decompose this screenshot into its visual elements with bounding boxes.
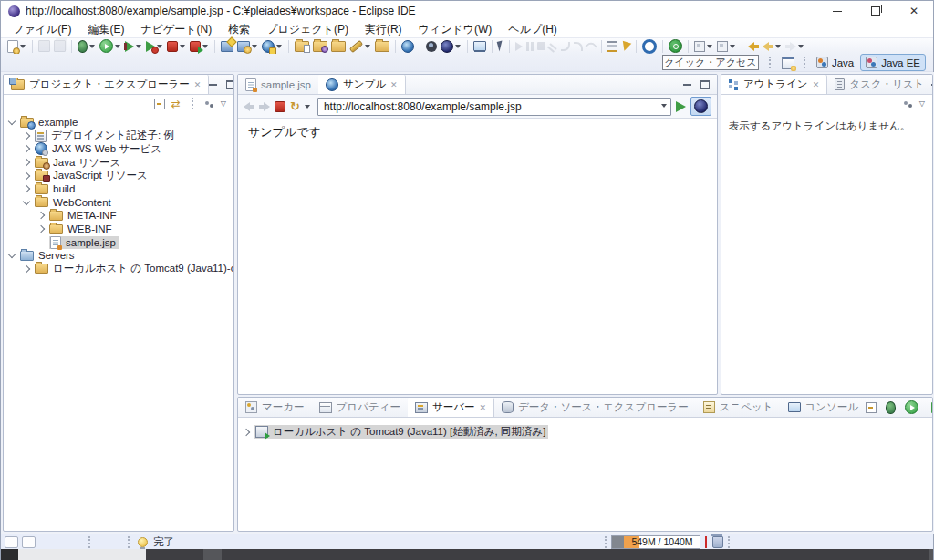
forward-dropdown[interactable]: [798, 45, 804, 48]
chevron-expanded-icon[interactable]: [8, 251, 16, 258]
terminate-button[interactable]: [167, 41, 178, 52]
view-menu-button[interactable]: ▽: [221, 100, 226, 108]
close-icon[interactable]: ✕: [194, 80, 202, 89]
tree-item-meta-inf[interactable]: META-INF: [4, 209, 234, 223]
tree-item-build[interactable]: build: [4, 182, 234, 196]
chevron-collapsed-icon[interactable]: [37, 225, 45, 233]
window-minimize-button[interactable]: [818, 1, 856, 21]
chevron-expanded-icon[interactable]: [23, 198, 30, 205]
back-button[interactable]: [763, 42, 773, 51]
chevron-collapsed-icon[interactable]: [243, 428, 250, 435]
external-browser-dropdown[interactable]: [455, 45, 461, 48]
tab-properties[interactable]: プロパティー: [312, 398, 408, 417]
menu-help[interactable]: ヘルプ(H): [500, 22, 566, 37]
last-edit-location-button[interactable]: [748, 42, 759, 51]
menu-window[interactable]: ウィンドウ(W): [410, 22, 501, 37]
tree-item-js-resources[interactable]: JavaScript リソース: [4, 169, 234, 182]
tree-item-deployment-descriptor[interactable]: デプロイメント記述子: 例: [4, 130, 234, 143]
server-row[interactable]: ローカルホスト の Tomcat9 (Java11) [始動済み, 同期済み]: [244, 425, 932, 439]
profile-target-button[interactable]: [642, 39, 657, 54]
taskbar-show-desktop[interactable]: [929, 549, 933, 560]
taskbar-start-area[interactable]: [1, 549, 18, 560]
tree-item-java-resources[interactable]: Java リソース: [4, 156, 234, 170]
perspective-java-button[interactable]: Java: [812, 55, 858, 70]
terminate-dropdown[interactable]: [180, 45, 185, 48]
browser-go-button[interactable]: [676, 101, 686, 112]
suspend-button[interactable]: [526, 42, 534, 51]
browse-folder-button[interactable]: [375, 41, 389, 52]
browser-refresh-button[interactable]: ↻: [290, 100, 300, 112]
taskbar-app-button[interactable]: [203, 549, 222, 560]
close-icon[interactable]: ✕: [390, 80, 398, 89]
tree-item-web-inf[interactable]: WEB-INF: [4, 223, 234, 236]
tab-servers[interactable]: サーバー✕: [408, 398, 494, 417]
web-service-dropdown[interactable]: [276, 45, 282, 48]
view-filters-button[interactable]: [903, 99, 913, 109]
console-display-button[interactable]: [473, 41, 486, 51]
minimized-view-trim[interactable]: [5, 536, 18, 548]
next-annotation-button[interactable]: [694, 41, 705, 52]
skip-breakpoints-button[interactable]: [621, 42, 630, 51]
step-over-button[interactable]: [574, 42, 583, 51]
export-folder-button[interactable]: [313, 41, 327, 52]
terminate-debug-button[interactable]: [537, 42, 545, 50]
open-folder-button[interactable]: [331, 41, 346, 52]
tab-data-source-explorer[interactable]: データ・ソース・エクスプローラー: [494, 398, 696, 417]
new-web-project-dropdown[interactable]: [252, 45, 257, 48]
collapse-all-button[interactable]: [866, 402, 877, 413]
back-dropdown[interactable]: [775, 45, 781, 48]
chevron-collapsed-icon[interactable]: [23, 171, 30, 179]
selection-pointer-button[interactable]: [498, 41, 503, 51]
debug-button[interactable]: [78, 40, 88, 53]
web-service-button[interactable]: [262, 40, 275, 53]
window-restore-button[interactable]: [856, 1, 895, 21]
chevron-collapsed-icon[interactable]: [23, 265, 30, 273]
minimized-view-trim[interactable]: [22, 536, 36, 548]
close-icon[interactable]: ✕: [479, 403, 486, 412]
start-server-button[interactable]: [905, 400, 918, 414]
chevron-collapsed-icon[interactable]: [37, 212, 45, 219]
disconnect-button[interactable]: [549, 46, 557, 47]
run-button[interactable]: [99, 39, 113, 53]
collapse-all-button[interactable]: [154, 99, 165, 109]
tree-item-sample-jsp[interactable]: sample.jsp: [4, 235, 234, 249]
new-web-project-button[interactable]: [237, 41, 250, 52]
url-input[interactable]: [317, 98, 671, 116]
resume-button[interactable]: [515, 42, 523, 51]
tab-task-list[interactable]: タスク・リスト: [827, 75, 931, 94]
tab-sample-jsp[interactable]: sample.jsp: [238, 75, 318, 94]
debug-server-button[interactable]: [886, 401, 896, 414]
tab-console[interactable]: コンソール: [781, 398, 867, 417]
save-all-button[interactable]: [54, 40, 66, 52]
view-menu-button[interactable]: ▽: [919, 100, 925, 108]
coverage-dropdown[interactable]: [136, 45, 141, 48]
menu-run[interactable]: 実行(R): [357, 22, 410, 37]
save-button[interactable]: [38, 40, 50, 52]
menu-project[interactable]: プロジェクト(P): [258, 22, 357, 37]
tab-sample-browser[interactable]: サンプル ✕: [318, 75, 406, 94]
import-folder-button[interactable]: [295, 41, 309, 52]
perspective-java-ee-button[interactable]: Java EE: [860, 54, 926, 71]
maximize-panel-button[interactable]: [700, 80, 710, 89]
web-browser-button[interactable]: [401, 40, 414, 53]
tree-item-tomcat-config[interactable]: ローカルホスト の Tomcat9 (Java11)-config: [4, 263, 234, 276]
tree-item-jaxws[interactable]: JAX-WS Web サービス: [4, 142, 234, 156]
menu-file[interactable]: ファイル(F): [5, 22, 79, 37]
run-external-tools-button[interactable]: [190, 41, 201, 52]
close-icon[interactable]: ✕: [813, 80, 820, 89]
step-into-button[interactable]: [561, 42, 570, 51]
window-close-button[interactable]: ✕: [895, 1, 933, 21]
run-dropdown[interactable]: [115, 45, 120, 48]
open-external-browser-button[interactable]: [690, 97, 711, 116]
previous-annotation-button[interactable]: [717, 41, 728, 52]
menu-search[interactable]: 検索: [220, 22, 258, 37]
forward-button[interactable]: [785, 42, 796, 51]
tab-project-explorer[interactable]: プロジェクト・エクスプローラー ✕: [4, 75, 209, 94]
chevron-collapsed-icon[interactable]: [23, 185, 30, 192]
external-browser-button[interactable]: [441, 40, 453, 53]
minimize-panel-button[interactable]: [209, 84, 217, 86]
chevron-collapsed-icon[interactable]: [23, 145, 30, 152]
maximize-panel-button[interactable]: [226, 80, 234, 89]
markup-pencil-dropdown[interactable]: [365, 45, 370, 48]
menu-edit[interactable]: 編集(E): [79, 22, 132, 37]
